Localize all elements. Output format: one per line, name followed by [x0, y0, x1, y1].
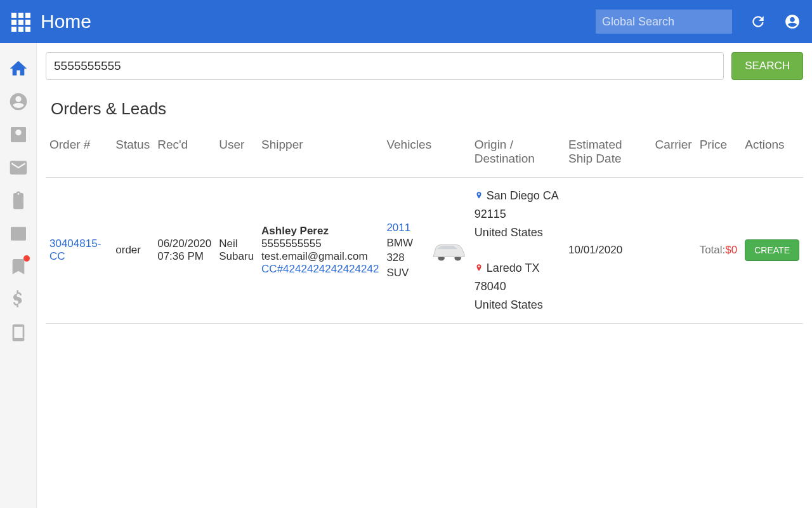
order-origin-dest: San Diego CA 92115 United States Laredo …	[471, 178, 565, 324]
dest-country: United States	[475, 296, 561, 314]
order-id-link[interactable]: 30404815-CC	[49, 237, 101, 262]
sidebar-item-home[interactable]	[8, 58, 29, 79]
home-icon	[8, 58, 29, 79]
car-thumbnail-icon	[431, 237, 467, 263]
mail-icon	[8, 157, 29, 178]
origin-country: United States	[475, 224, 561, 242]
vehicle-year-link[interactable]: 2011	[386, 222, 410, 234]
order-status: order	[112, 178, 154, 324]
vehicle-model: BMW 328	[386, 237, 413, 264]
user-last: Subaru	[219, 250, 254, 262]
shipper-name: Ashley Perez	[261, 225, 329, 237]
sidebar-item-clipboard[interactable]	[8, 190, 29, 211]
smartphone-icon	[8, 323, 29, 343]
col-est-ship: Estimated Ship Date	[565, 133, 652, 178]
table-row: 30404815-CC order 06/20/2020 07:36 PM Ne…	[46, 178, 803, 324]
col-recd: Rec'd	[154, 133, 215, 178]
page-title: Home	[41, 11, 91, 32]
col-user: User	[215, 133, 258, 178]
main-content: SEARCH Orders & Leads Order # Status Rec…	[37, 43, 812, 508]
dest-city: Laredo TX 78040	[475, 262, 540, 293]
sidebar-item-money[interactable]	[8, 290, 29, 310]
clipboard-icon	[8, 190, 29, 211]
dest-pin-icon	[475, 264, 483, 272]
apps-icon[interactable]	[11, 13, 29, 30]
bar-chart-icon	[8, 224, 29, 244]
price-amount: $0	[725, 244, 737, 256]
sidebar-item-mobile[interactable]	[8, 323, 29, 343]
col-carrier: Carrier	[652, 133, 696, 178]
search-button[interactable]: SEARCH	[731, 52, 803, 80]
order-shipper: Ashley Perez 5555555555 test.email@gmail…	[258, 178, 383, 324]
shipper-email: test.email@gmail.com	[261, 250, 367, 262]
est-ship-date: 10/01/2020	[565, 178, 652, 324]
col-origin-dest: Origin / Destination	[471, 133, 565, 178]
refresh-icon[interactable]	[750, 13, 766, 30]
col-order: Order #	[46, 133, 112, 178]
person-circle-icon	[8, 91, 29, 112]
col-price: Price	[696, 133, 742, 178]
shipper-cc-link[interactable]: CC#4242424242424242	[261, 263, 379, 275]
price-label: Total:	[700, 244, 726, 256]
sidebar-item-analytics[interactable]	[8, 224, 29, 244]
vehicle-type: SUV	[386, 267, 409, 279]
user-first: Neil	[219, 237, 237, 250]
origin-pin-icon	[475, 191, 483, 200]
order-recd: 06/20/2020 07:36 PM	[154, 178, 215, 324]
app-header: Home	[0, 0, 812, 43]
account-circle-icon[interactable]	[784, 13, 801, 30]
sidebar-item-person[interactable]	[8, 91, 29, 112]
sidebar-item-contact[interactable]	[8, 124, 29, 145]
person-square-icon	[8, 124, 29, 145]
recd-time: 07:36 PM	[157, 250, 204, 262]
col-status: Status	[112, 133, 154, 178]
shipper-phone: 5555555555	[261, 237, 322, 250]
recd-date: 06/20/2020	[157, 237, 211, 250]
sidebar-item-mail[interactable]	[8, 157, 29, 178]
carrier-cell	[652, 178, 696, 324]
sidebar	[0, 43, 37, 508]
global-search-input[interactable]	[596, 10, 732, 34]
order-user: Neil Subaru	[215, 178, 258, 324]
sidebar-item-bookmarks[interactable]	[8, 257, 29, 277]
table-header-row: Order # Status Rec'd User Shipper Vehicl…	[46, 133, 803, 178]
dollar-icon	[8, 290, 29, 310]
col-shipper: Shipper	[258, 133, 383, 178]
order-vehicles: 2011 BMW 328 SUV	[383, 178, 470, 324]
orders-table: Order # Status Rec'd User Shipper Vehicl…	[46, 133, 803, 324]
notification-dot	[23, 255, 30, 262]
col-actions: Actions	[741, 133, 803, 178]
section-title: Orders & Leads	[51, 99, 803, 119]
col-vehicles: Vehicles	[383, 133, 470, 178]
origin-city: San Diego CA 92115	[475, 189, 558, 220]
search-input[interactable]	[46, 52, 724, 80]
create-button[interactable]: CREATE	[745, 239, 799, 261]
price-cell: Total:$0	[696, 178, 742, 324]
